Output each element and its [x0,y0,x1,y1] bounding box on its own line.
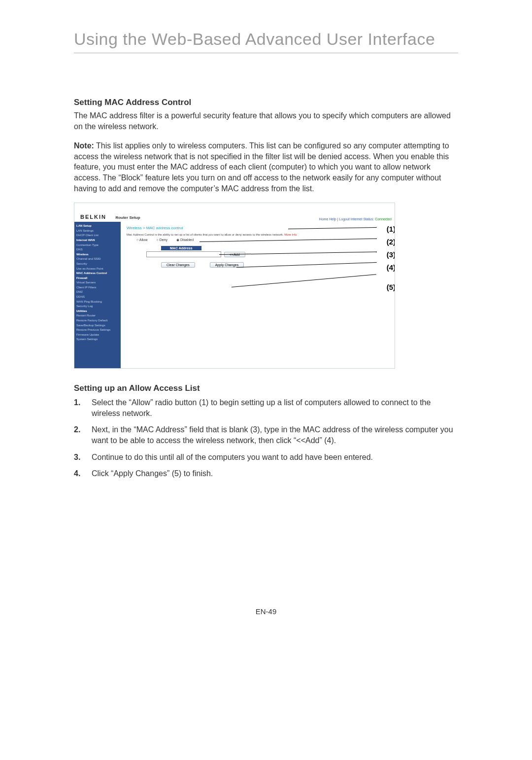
radio-disabled-label: Disabled [180,238,194,242]
step-3-text: Continue to do this until all of the com… [92,452,373,463]
sidebar-utilities[interactable]: Utilities [76,309,119,314]
sidebar-system[interactable]: System Settings [76,337,119,342]
ss-sidebar: LAN Setup LAN Settings DHCP Client List … [74,222,121,369]
sidebar-restore-prev[interactable]: Restore Previous Settings [76,328,119,333]
toplinks-text[interactable]: Home Help | Logout Internet Status: [319,217,374,221]
ss-description: Mac Address Control is the ability to se… [127,233,389,236]
sidebar-lan-settings[interactable]: LAN Settings [76,229,119,234]
sidebar-dns[interactable]: DNS [76,247,119,252]
step-2: 2. Next, in the “MAC Address” field that… [74,424,458,446]
section1-heading: Setting MAC Address Control [74,98,458,107]
setup-label: Router Setup [115,215,140,220]
callout-4: (4) [387,263,395,272]
callout-1: (1) [387,225,395,233]
section2-heading: Setting up an Allow Access List [74,383,458,393]
sidebar-wireless[interactable]: Wireless [76,252,119,257]
status-connected: Connected [375,217,392,221]
title-rule [74,53,458,53]
note-text: This list applies only to wireless compu… [74,141,449,192]
ss-header: BELKIN Router Setup Home Help | Logout I… [74,203,395,222]
radio-deny[interactable]: ○ Deny [156,238,171,242]
step-2-text: Next, in the “MAC Address” field that is… [92,424,458,446]
step-4: 4. Click “Apply Changes” (5) to finish. [74,468,458,479]
more-info-link[interactable]: More Info [284,233,297,236]
brand-label: BELKIN [80,214,106,220]
step-4-text: Click “Apply Changes” (5) to finish. [92,468,213,479]
sidebar-use-ap[interactable]: Use as Access Point [76,267,119,272]
sidebar-dmz[interactable]: DMZ [76,290,119,295]
sidebar-save-backup[interactable]: Save/Backup Settings [76,323,119,328]
clear-changes-button[interactable]: Clear Changes [161,262,195,268]
note-label: Note: [74,141,94,150]
mac-address-header: MAC Address [161,246,201,250]
steps-list: 1. Select the “Allow” radio button (1) t… [74,397,458,479]
desc-text: Mac Address Control is the ability to se… [127,233,283,236]
mac-address-input[interactable] [146,251,221,257]
sidebar-ddns[interactable]: DDNS [76,295,119,300]
step-4-num: 4. [74,468,92,479]
sidebar-restore-def[interactable]: Restore Factory Default [76,318,119,323]
radio-deny-label: Deny [160,238,167,242]
sidebar-channel[interactable]: Channel and SSID [76,257,119,262]
sidebar-internet-wan[interactable]: Internet WAN [76,238,119,243]
sidebar-restart[interactable]: Restart Router [76,313,119,318]
sidebar-wan-ping[interactable]: WAN Ping Blocking [76,300,119,305]
sidebar-client-ip[interactable]: Client IP Filters [76,285,119,290]
top-links[interactable]: Home Help | Logout Internet Status: Conn… [319,217,392,221]
sidebar-firewall[interactable]: Firewall [76,276,119,281]
callout-2: (2) [387,238,395,246]
step-1: 1. Select the “Allow” radio button (1) t… [74,397,458,418]
router-screenshot: BELKIN Router Setup Home Help | Logout I… [74,203,395,369]
step-2-num: 2. [74,424,92,446]
step-1-text: Select the “Allow” radio button (1) to b… [92,397,458,418]
section1-para2: Note: This list applies only to wireless… [74,140,458,194]
sidebar-conn-type[interactable]: Connection Type [76,243,119,248]
page-title: Using the Web-Based Advanced User Interf… [74,30,458,49]
ss-main: Wireless > MAC address control Mac Addre… [121,222,395,369]
step-3-num: 3. [74,452,92,463]
step-1-num: 1. [74,397,92,418]
leader-5 [232,274,376,288]
sidebar-sec-log[interactable]: Security Log [76,304,119,309]
sidebar-dhcp[interactable]: DHCP Client List [76,233,119,238]
sidebar-virtual[interactable]: Virtual Servers [76,280,119,285]
radio-disabled[interactable]: ◉ Disabled [176,238,198,242]
callout-5: (5) [387,283,395,291]
sidebar-firmware[interactable]: Firmware Update [76,333,119,338]
step-3: 3. Continue to do this until all of the … [74,452,458,463]
callout-3: (3) [387,250,395,259]
sidebar-mac-ctrl[interactable]: MAC Address Control [76,271,119,276]
page-footer: EN-49 [74,607,458,616]
radio-allow-label: Allow [139,238,148,242]
section1-para1: The MAC address filter is a powerful sec… [74,110,458,132]
sidebar-lan-setup[interactable]: LAN Setup [76,224,119,229]
sidebar-security[interactable]: Security [76,262,119,267]
radio-allow[interactable]: ○ Allow [136,238,152,242]
